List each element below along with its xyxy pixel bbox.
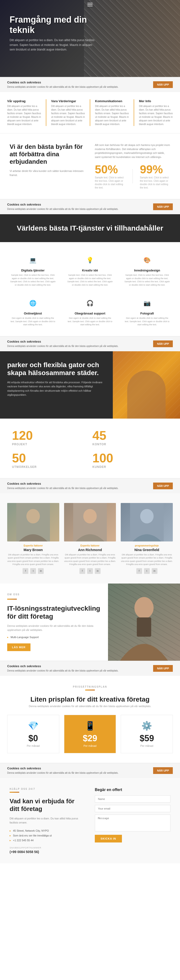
pricing-period-1: Per månad	[68, 745, 112, 747]
team-photo-svg-1	[73, 503, 107, 541]
cookie-accept-button[interactable]: NÄR UPP	[153, 81, 173, 88]
team-photo-2	[121, 503, 173, 541]
cookie-banner-5: Cookies och sekretess Denna webbplats an…	[0, 661, 180, 676]
cookie-title-2: Cookies och sekretess	[7, 203, 148, 206]
team-social-1: f t in	[64, 568, 116, 574]
team-card-2: programmeringslinje Nina Greenfield Ditt…	[121, 503, 173, 574]
social-fb-1[interactable]: f	[79, 568, 85, 574]
stat-2-num: 99%	[140, 163, 171, 176]
service-icon-4: 🎧	[84, 297, 96, 309]
team-role-1: Expertis faktorer	[64, 544, 116, 547]
read-more-button[interactable]: LÄS MER	[7, 643, 30, 651]
form-submit-button[interactable]: SKICKA IN	[95, 835, 122, 843]
cookie-title-3: Cookies och sekretess	[7, 340, 148, 343]
hero-content: Framgång med din teknik Ditt aliquam ut …	[0, 0, 108, 66]
about-list-item-0: Multi-Language Support	[7, 635, 101, 640]
cookie-text-3: Denna webbplats använder cookies för att…	[7, 344, 148, 348]
cookie-text-2: Denna webbplats använder cookies för att…	[7, 207, 148, 211]
pricing-card-0: 💎 $0 Per månad	[7, 715, 59, 753]
stats-section: Vi är den bästa byrån för att förbättra …	[0, 134, 180, 199]
svg-point-3	[83, 509, 97, 523]
social-tw-2[interactable]: t	[144, 568, 150, 574]
cookie-accept-button-5[interactable]: NÄR UPP	[153, 665, 173, 672]
team-section: Expertis faktorer Mary Brown Ditt aliqua…	[0, 493, 180, 584]
hero-section: Framgång med din teknik Ditt aliquam ut …	[0, 0, 180, 77]
cookie-text-4: Denna webbplats använder cookies för att…	[7, 487, 148, 490]
cta-section: HJÄLP OSS 24/7 Vad kan vi erbjuda för di…	[0, 778, 180, 863]
social-fb-0[interactable]: f	[22, 568, 28, 574]
team-photo-svg-2	[130, 503, 164, 541]
about-section: OM OSS IT-lösningsstrategiutveckling för…	[0, 584, 180, 661]
service-name-1: Kreativ idé	[67, 269, 113, 272]
form-email-input[interactable]	[95, 805, 171, 812]
phone-label: Snabbsupportnummer	[9, 846, 85, 849]
service-icon-2: 🎨	[141, 254, 153, 266]
about-desc: Denna webbplats använder cookies för att…	[7, 624, 101, 632]
counter-label-1: KONTOR	[92, 442, 168, 446]
hamburger-menu[interactable]	[87, 3, 93, 6]
service-desc-1: Sample text. Click to select the text bo…	[67, 274, 113, 286]
hero-description: Ditt aliquam ut porttitor leo a diam. Du…	[9, 38, 98, 52]
pricing-subtitle: Denna webbplats använder cookies för att…	[7, 705, 173, 708]
stats-numbers: 50% Sample text. Click to select the tex…	[95, 163, 171, 189]
counter-0: 120 PROJEKT	[12, 428, 88, 446]
social-tw-0[interactable]: t	[30, 568, 36, 574]
social-in-1[interactable]: in	[95, 568, 101, 574]
form-name-input[interactable]	[95, 795, 171, 803]
team-desc-2: Ditt aliquam ut porttitor leo a diam. Fr…	[121, 553, 173, 566]
cookie-text-6: Denna webbplats använder cookies för att…	[7, 771, 148, 775]
cta-list-item-2: +1 222 545 55 44	[9, 838, 85, 843]
feature-title-4: Mer Info	[139, 99, 173, 103]
stats-desc: Vi arbetar direkt för våra kunder och sä…	[9, 169, 85, 177]
form-message-input[interactable]	[95, 815, 171, 831]
stat-1-label: Sample text. Click to select the text bo…	[95, 176, 125, 189]
stats-left: Vi är den bästa byrån för att förbättra …	[9, 143, 85, 177]
cookie-content-6: Cookies och sekretess Denna webbplats an…	[7, 767, 148, 775]
pricing-icon-1: 📱	[68, 721, 112, 731]
team-photo-0	[7, 503, 59, 541]
pricing-icon-2: ⚙️	[125, 721, 169, 731]
pricing-icon-0: 💎	[11, 721, 55, 731]
service-desc-2: Sample text. Click to select the text bo…	[124, 274, 171, 286]
cookie-accept-button-4[interactable]: NÄR UPP	[153, 482, 173, 489]
cta-label: HJÄLP OSS 24/7	[9, 788, 85, 790]
social-tw-1[interactable]: t	[87, 568, 93, 574]
form-email-field	[95, 805, 171, 812]
feature-title-2: Vara Värderingar	[51, 99, 85, 103]
stat-2-label: Sample text. Click to select the text bo…	[140, 176, 171, 189]
cookie-title-5: Cookies och sekretess	[7, 664, 148, 668]
cookie-accept-button-2[interactable]: NÄR UPP	[153, 204, 173, 210]
pricing-price-1: $29	[68, 733, 112, 743]
cookie-accept-button-3[interactable]: NÄR UPP	[153, 340, 173, 347]
cookie-accept-button-6[interactable]: NÄR UPP	[153, 767, 173, 774]
social-in-0[interactable]: in	[38, 568, 44, 574]
team-name-0: Mary Brown	[7, 548, 59, 552]
feature-text-3: Ditt aliquam ut porttitor leo a diam. Du…	[95, 104, 129, 126]
counter-3: 100 KUNDER	[92, 451, 168, 469]
cookie-banner-4: Cookies och sekretess Denna webbplats an…	[0, 478, 180, 493]
feature-text-1: Ditt aliquam ut porttitor leo a diam. Du…	[7, 104, 41, 126]
form-name-field	[95, 795, 171, 803]
counter-1: 45 KONTOR	[92, 428, 168, 446]
orange-section: parker och flexibla gator och skapa häls…	[0, 351, 180, 418]
counter-num-1: 45	[92, 428, 168, 442]
service-name-5: Fotografi	[124, 312, 171, 315]
about-label: OM OSS	[7, 593, 101, 596]
counters-section: 120 PROJEKT 45 KONTOR 50 UTMÄRKELSER 100…	[0, 418, 180, 478]
svg-point-6	[134, 597, 153, 619]
social-fb-2[interactable]: f	[136, 568, 142, 574]
counter-label-2: UTMÄRKELSER	[12, 465, 88, 469]
svg-rect-7	[137, 617, 151, 637]
stats-right: Allt som kan behövas för att skapa och h…	[95, 143, 171, 189]
features-row: Vår uppdrag Ditt aliquam ut porttitor le…	[0, 92, 180, 134]
cta-list-item-0: 45 Street, Network City, NYPO	[9, 828, 85, 833]
cta-divider	[9, 792, 19, 793]
social-in-2[interactable]: in	[152, 568, 158, 574]
service-name-2: Inredningsdesign	[124, 269, 171, 272]
team-grid: Expertis faktorer Mary Brown Ditt aliqua…	[7, 503, 173, 574]
about-divider	[7, 599, 17, 600]
pricing-divider	[85, 690, 95, 690]
phone-number: (+99 0084 5058 56)	[9, 850, 85, 854]
feature-title-1: Vår uppdrag	[7, 99, 41, 103]
team-social-0: f t in	[7, 568, 59, 574]
